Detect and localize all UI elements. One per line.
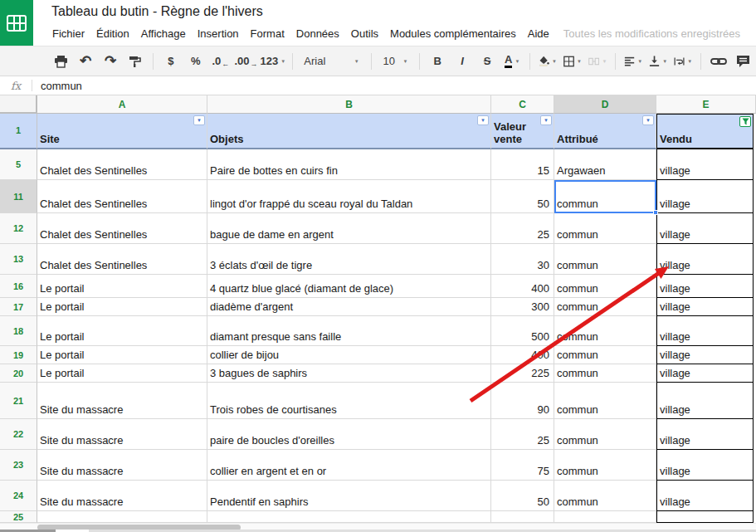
cell-objet[interactable]: lingot d'or frappé du sceau royal du Tal…	[207, 180, 491, 213]
cell-objet[interactable]: 3 éclats d'œil de tigre	[207, 244, 491, 275]
column-header-d[interactable]: D	[554, 95, 656, 114]
formula-input[interactable]: commun	[32, 80, 82, 92]
cell-site[interactable]: Chalet des Sentinelles	[37, 213, 207, 244]
column-header-e[interactable]: E	[656, 95, 756, 114]
cell-attribue[interactable]: commun	[554, 383, 656, 419]
header-cell-attribue[interactable]: Attribué ▼	[554, 114, 656, 149]
menu-insertion[interactable]: Insertion	[192, 26, 245, 41]
decrease-decimal-button[interactable]: .0←	[212, 51, 230, 71]
cell-site[interactable]: Site du massacre	[37, 383, 207, 419]
print-button[interactable]	[51, 51, 70, 71]
column-header-b[interactable]: B	[207, 95, 491, 114]
filter-dropdown-d[interactable]: ▼	[642, 115, 654, 125]
increase-decimal-button[interactable]: .00→	[237, 51, 256, 71]
cell-objet[interactable]: 4 quartz blue glacé (diamant de glace)	[207, 275, 491, 298]
cell-site[interactable]: Le portail	[37, 298, 207, 316]
font-family-select[interactable]: Arial▼	[300, 51, 362, 71]
cell-vendu[interactable]: village	[656, 383, 754, 419]
cell-attribue[interactable]: commun	[554, 316, 656, 346]
cell-objet[interactable]: diadème d'argent	[207, 298, 491, 316]
italic-button[interactable]: I	[453, 51, 471, 71]
merge-cells-button[interactable]: ▼	[588, 51, 607, 71]
more-formats-button[interactable]: 123▼	[262, 51, 283, 71]
menu-fichier[interactable]: Fichier	[46, 26, 90, 41]
cell-vendu[interactable]: village	[656, 364, 754, 383]
cell-valeur[interactable]: 225	[491, 364, 554, 383]
cell-objet[interactable]: collier de bijou	[207, 346, 491, 364]
cell-objet[interactable]: paire de boucles d'oreilles	[207, 419, 491, 450]
cell-site[interactable]: Chalet des Sentinelles	[37, 180, 207, 213]
row-header[interactable]: 19	[0, 346, 37, 364]
active-filter-button-e[interactable]	[739, 116, 751, 127]
cell-valeur[interactable]: 50	[491, 481, 554, 511]
horizontal-align-button[interactable]: ▼	[624, 51, 642, 71]
row-header[interactable]: 24	[0, 481, 37, 511]
format-currency-button[interactable]: $	[162, 51, 180, 71]
filter-dropdown-b[interactable]: ▼	[477, 115, 489, 125]
row-header[interactable]: 13	[0, 244, 37, 275]
cell-objet[interactable]: bague de dame en argent	[207, 213, 491, 244]
row-header[interactable]: 18	[0, 316, 37, 346]
cell-objet[interactable]: collier en argent et en or	[207, 450, 491, 481]
column-header-a[interactable]: A	[37, 95, 207, 114]
row-header[interactable]: 12	[0, 213, 37, 244]
cell-site[interactable]: Le portail	[37, 364, 207, 383]
strikethrough-button[interactable]: S	[478, 51, 496, 71]
select-all-corner[interactable]	[0, 95, 37, 114]
sheets-logo[interactable]	[0, 0, 33, 46]
cell-objet[interactable]: Pendentif en saphirs	[207, 481, 491, 511]
cell-attribue[interactable]: commun	[554, 419, 656, 450]
cell-vendu[interactable]: village	[656, 180, 754, 213]
vertical-align-button[interactable]: ▼	[649, 51, 667, 71]
insert-link-button[interactable]	[710, 51, 728, 71]
menu-donnees[interactable]: Données	[290, 26, 345, 41]
cell-attribue[interactable]: commun	[554, 481, 656, 511]
cell-valeur[interactable]: 15	[491, 149, 554, 180]
cell-vendu[interactable]: village	[656, 244, 754, 275]
cell-attribue[interactable]: commun	[554, 346, 656, 364]
cell-vendu[interactable]: village	[656, 149, 754, 180]
row-header[interactable]: 11	[0, 180, 37, 213]
cell-attribue[interactable]: commun	[554, 450, 656, 481]
cell-attribue[interactable]	[554, 511, 656, 523]
fill-color-button[interactable]: ▼	[539, 51, 557, 71]
cell-valeur[interactable]: 30	[491, 244, 554, 275]
cell-valeur[interactable]: 90	[491, 383, 554, 419]
menu-modules[interactable]: Modules complémentaires	[384, 26, 522, 41]
document-title[interactable]: Tableau du butin - Règne de l'hivers	[51, 4, 263, 19]
undo-button[interactable]: ↶	[76, 51, 95, 71]
insert-comment-button[interactable]	[734, 51, 753, 71]
save-status[interactable]: Toutes les modifications enregistrées	[555, 27, 740, 40]
menu-affichage[interactable]: Affichage	[135, 26, 192, 41]
row-header[interactable]: 17	[0, 298, 37, 316]
cell-vendu[interactable]	[656, 511, 754, 523]
selected-cell[interactable]: commun	[554, 180, 656, 213]
cell-vendu[interactable]: village	[656, 298, 754, 316]
cell-attribue[interactable]: commun	[554, 275, 656, 298]
row-header[interactable]: 20	[0, 364, 37, 383]
cell-attribue[interactable]: commun	[554, 213, 656, 244]
menu-outils[interactable]: Outils	[345, 26, 384, 41]
column-header-c[interactable]: C	[491, 95, 554, 114]
format-percent-button[interactable]: %	[187, 51, 205, 71]
header-cell-site[interactable]: Site ▼	[37, 114, 207, 149]
cell-site[interactable]: Chalet des Sentinelles	[37, 244, 207, 275]
cell-attribue[interactable]: commun	[554, 364, 656, 383]
cell-site[interactable]	[37, 511, 207, 523]
cell-site[interactable]: Le portail	[37, 346, 207, 364]
cell-vendu[interactable]: village	[656, 346, 754, 364]
row-header[interactable]: 5	[0, 149, 37, 180]
filter-dropdown-a[interactable]: ▼	[193, 115, 205, 125]
cell-objet[interactable]: Paire de bottes en cuirs fin	[207, 149, 491, 180]
menu-format[interactable]: Format	[245, 26, 290, 41]
cell-vendu[interactable]: village	[656, 481, 754, 511]
cell-site[interactable]: Chalet des Sentinelles	[37, 149, 207, 180]
cell-valeur[interactable]: 50	[491, 180, 554, 213]
cell-valeur[interactable]: 25	[491, 419, 554, 450]
bold-button[interactable]: B	[428, 51, 446, 71]
row-header[interactable]: 25	[0, 511, 37, 523]
cell-valeur[interactable]: 300	[491, 298, 554, 316]
cell-vendu[interactable]: village	[656, 316, 754, 346]
cell-objet[interactable]: diamant presque sans faille	[207, 316, 491, 346]
cell-site[interactable]: Site du massacre	[37, 419, 207, 450]
